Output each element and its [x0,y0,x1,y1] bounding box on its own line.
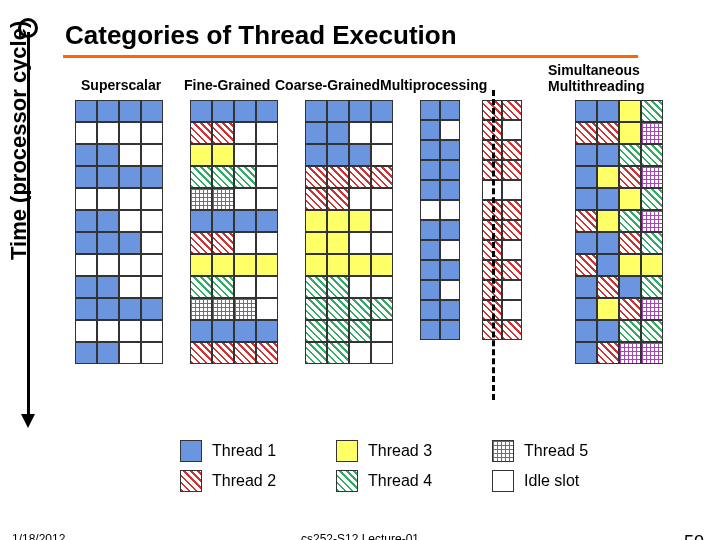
legend-thread3: Thread 3 [368,442,432,460]
cell [212,210,234,232]
cell [371,254,393,276]
cell [141,210,163,232]
cell [327,166,349,188]
cell [575,232,597,254]
cell [190,188,212,210]
cell [371,276,393,298]
cell [212,144,234,166]
cell [119,166,141,188]
cell [305,166,327,188]
cell [119,232,141,254]
swatch-thread5 [492,440,514,462]
cell [597,122,619,144]
cell [75,210,97,232]
cell [190,144,212,166]
cell [327,188,349,210]
cell [234,276,256,298]
cell [256,122,278,144]
swatch-thread3 [336,440,358,462]
cell [327,232,349,254]
cell [97,188,119,210]
cell [97,122,119,144]
cell [75,254,97,276]
cell [305,122,327,144]
cell [212,254,234,276]
cell [349,210,371,232]
cell [234,320,256,342]
cell [575,166,597,188]
cell [212,122,234,144]
cell [641,210,663,232]
cell [97,210,119,232]
cell [97,342,119,364]
swatch-thread1 [180,440,202,462]
cell [641,232,663,254]
cell [256,210,278,232]
cell [256,232,278,254]
cell [641,188,663,210]
cell [641,276,663,298]
cell [75,100,97,122]
cell [305,320,327,342]
cell [141,232,163,254]
cell [97,100,119,122]
cell [190,100,212,122]
cell [97,144,119,166]
cell [256,320,278,342]
cell [619,210,641,232]
cell [349,144,371,166]
cell [97,232,119,254]
cell [305,276,327,298]
swatch-idle [492,470,514,492]
cell [190,320,212,342]
cell [305,144,327,166]
cell [212,320,234,342]
cell [327,298,349,320]
cell [256,144,278,166]
cell [327,320,349,342]
cell [371,210,393,232]
cell [349,188,371,210]
cell [327,122,349,144]
cell [641,166,663,188]
cell [641,342,663,364]
cell [619,122,641,144]
cell [575,342,597,364]
cell [256,276,278,298]
cell [75,188,97,210]
cell [349,254,371,276]
footer-lecture: cs252-S12 Lecture-01 [301,532,419,540]
cell [575,122,597,144]
cell [234,144,256,166]
cell [212,188,234,210]
cell [75,320,97,342]
cell [641,144,663,166]
cell [190,232,212,254]
cell [619,100,641,122]
cell [575,254,597,276]
cell [619,166,641,188]
cell [119,298,141,320]
cell [190,254,212,276]
cell [97,276,119,298]
cell [119,342,141,364]
cell [597,320,619,342]
cell [597,188,619,210]
cell [256,342,278,364]
cell [305,254,327,276]
cell [597,276,619,298]
header-smt: SimultaneousMultithreading [548,62,644,94]
cell [305,232,327,254]
cell [327,100,349,122]
title-underline [63,55,638,58]
footer-date: 1/18/2012 [12,532,65,540]
cell [349,342,371,364]
cell [97,320,119,342]
cell [349,100,371,122]
cell [75,232,97,254]
cell [371,232,393,254]
header-coarse-grained: Coarse-Grained [275,77,380,93]
cell [575,100,597,122]
cell [349,122,371,144]
cell [75,276,97,298]
